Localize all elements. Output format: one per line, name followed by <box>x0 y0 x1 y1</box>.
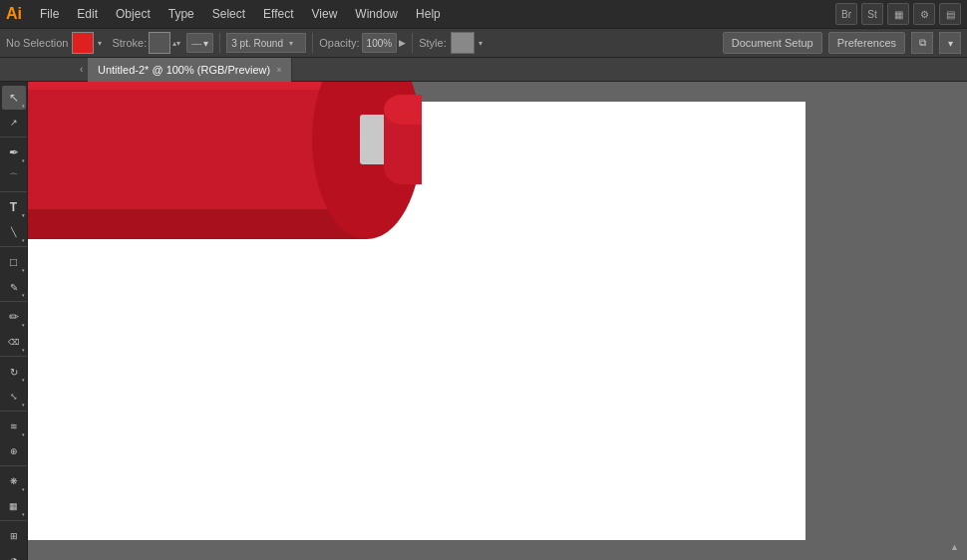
symbol-tools: ❋▾ ▦▾ <box>0 467 27 521</box>
warp-tool[interactable]: ≋▾ <box>2 415 26 438</box>
menu-window[interactable]: Window <box>347 5 406 23</box>
type-tool[interactable]: T▾ <box>2 195 26 219</box>
eraser-tool[interactable]: ⌫▾ <box>2 330 26 354</box>
canvas-area[interactable]: ▲ <box>28 82 967 560</box>
panels-toggle[interactable]: ‹ <box>80 64 88 75</box>
freeform-tool[interactable]: ⊕ <box>2 439 26 463</box>
stroke-label: Stroke: <box>112 37 147 49</box>
tab-close-button[interactable]: × <box>276 65 281 75</box>
warp-tools: ≋▾ ⊕ <box>0 413 27 466</box>
document-setup-button[interactable]: Document Setup <box>723 32 822 54</box>
menu-help[interactable]: Help <box>408 5 449 23</box>
menu-effect[interactable]: Effect <box>255 5 301 23</box>
stroke-width-dropdown[interactable]: ▾ <box>203 38 208 49</box>
menu-type[interactable]: Type <box>161 5 202 23</box>
stock-icon-btn[interactable]: St <box>861 3 883 25</box>
mesh-tool[interactable]: ⊞ <box>2 524 26 548</box>
style-arrow[interactable]: ▾ <box>479 39 483 48</box>
menu-view[interactable]: View <box>304 5 346 23</box>
left-toolbar: ↖▾ ↗ ✒▾ ⌒ T▾ ╲▾ □▾ ✎▾ ✏▾ ⌫▾ ↻▾ ⤡▾ ≋▾ <box>0 82 28 560</box>
curvature-tool[interactable]: ⌒ <box>2 165 26 189</box>
mesh-tools: ⊞ ◑ <box>0 522 27 560</box>
gradient-tool[interactable]: ◑ <box>2 549 26 560</box>
tab-title: Untitled-2* @ 100% (RGB/Preview) <box>98 64 270 76</box>
paintbrush-tool[interactable]: ✎▾ <box>2 275 26 299</box>
illustration <box>28 82 422 339</box>
stroke-dropdown-arrow[interactable]: ▴▾ <box>172 39 182 48</box>
symbol-sprayer-tool[interactable]: ❋▾ <box>2 469 26 493</box>
menu-bar: Ai File Edit Object Type Select Effect V… <box>0 0 967 28</box>
document-tab[interactable]: Untitled-2* @ 100% (RGB/Preview) × <box>88 58 292 82</box>
stroke-width-input[interactable]: — ▾ <box>186 33 213 53</box>
stroke-swatch[interactable] <box>149 32 170 54</box>
arrange-btn[interactable]: ⧉ <box>911 32 933 54</box>
menu-file[interactable]: File <box>32 5 67 23</box>
main-area: ↖▾ ↗ ✒▾ ⌒ T▾ ╲▾ □▾ ✎▾ ✏▾ ⌫▾ ↻▾ ⤡▾ ≋▾ <box>0 82 967 560</box>
svg-rect-11 <box>360 115 388 164</box>
separator-2 <box>312 33 313 53</box>
pencil-tools: ✏▾ ⌫▾ <box>0 303 27 357</box>
opacity-arrow[interactable]: ▶ <box>399 38 406 48</box>
pt-round-dropdown[interactable]: 3 pt. Round ▾ <box>226 33 306 53</box>
canvas-coordinates: ▲ <box>950 542 959 552</box>
grid-icon-btn[interactable]: ▦ <box>887 3 909 25</box>
select-tool[interactable]: ↖▾ <box>2 86 26 110</box>
menu-edit[interactable]: Edit <box>69 5 106 23</box>
shape-tools: □▾ ✎▾ <box>0 248 27 302</box>
opacity-input[interactable]: 100% <box>362 33 398 53</box>
pen-tools: ✒▾ ⌒ <box>0 139 27 192</box>
bridge-icon-btn[interactable]: Br <box>835 3 857 25</box>
stroke-area: Stroke: ▴▾ <box>112 32 182 54</box>
pen-tool[interactable]: ✒▾ <box>2 140 26 164</box>
options-bar: No Selection ▾ Stroke: ▴▾ — ▾ 3 pt. Roun… <box>0 28 967 58</box>
transform-tools: ↻▾ ⤡▾ <box>0 358 27 412</box>
rotate-tool[interactable]: ↻▾ <box>2 360 26 384</box>
fill-dropdown-arrow[interactable]: ▾ <box>98 39 108 48</box>
opacity-area: Opacity: 100% ▶ <box>319 33 406 53</box>
turbine-icon-btn[interactable]: ⚙ <box>913 3 935 25</box>
column-graph-tool[interactable]: ▦▾ <box>2 494 26 518</box>
menu-object[interactable]: Object <box>108 5 159 23</box>
line-tool[interactable]: ╲▾ <box>2 220 26 244</box>
separator-3 <box>412 33 413 53</box>
selection-label: No Selection <box>6 37 68 49</box>
arrange-icon-btn[interactable]: ▤ <box>939 3 961 25</box>
menu-icons: Br St ▦ ⚙ ▤ <box>835 3 961 25</box>
fill-color-swatch[interactable] <box>72 32 94 54</box>
scale-tool[interactable]: ⤡▾ <box>2 385 26 409</box>
svg-rect-5 <box>28 209 367 239</box>
menu-select[interactable]: Select <box>204 5 253 23</box>
rect-tool[interactable]: □▾ <box>2 250 26 274</box>
separator-1 <box>219 33 220 53</box>
svg-rect-14 <box>384 95 422 125</box>
type-tools: T▾ ╲▾ <box>0 193 27 247</box>
style-swatch[interactable] <box>451 32 475 54</box>
direct-select-tool[interactable]: ↗ <box>2 111 26 135</box>
artboard <box>28 102 806 540</box>
style-label: Style: <box>419 37 447 49</box>
svg-rect-4 <box>28 82 367 90</box>
preferences-button[interactable]: Preferences <box>828 32 905 54</box>
app-logo: Ai <box>6 5 22 23</box>
more-options-btn[interactable]: ▾ <box>939 32 961 54</box>
tab-bar: ‹ Untitled-2* @ 100% (RGB/Preview) × <box>0 58 967 82</box>
pencil-tool[interactable]: ✏▾ <box>2 305 26 329</box>
selection-tools: ↖▾ ↗ <box>0 84 27 138</box>
opacity-label: Opacity: <box>319 37 359 49</box>
